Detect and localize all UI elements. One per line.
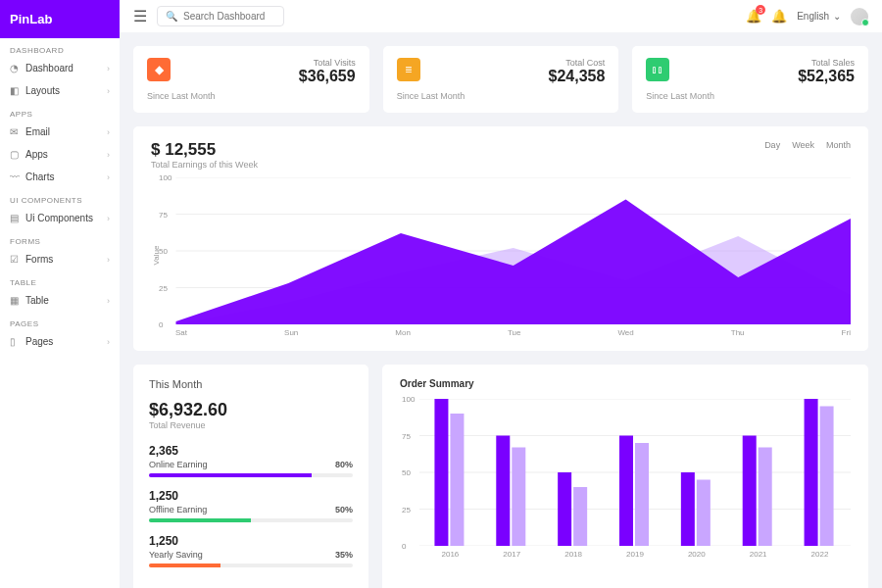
sidebar-item-dashboard[interactable]: ◔Dashboard› — [0, 57, 120, 79]
chevron-right-icon: › — [107, 86, 110, 96]
sidebar-section-header: APPS — [0, 102, 120, 121]
xlabel: 2016 — [442, 550, 460, 559]
xlabel: 2019 — [626, 550, 644, 559]
brand-logo[interactable]: PinLab — [0, 0, 120, 38]
earnings-value: $ 12,555 — [151, 140, 258, 160]
card-label: Total Cost — [549, 58, 606, 68]
email-icon: ✉ — [10, 126, 20, 137]
month-stat: 1,250Yearly Saving35% — [149, 534, 353, 567]
ytick: 0 — [159, 320, 163, 329]
svg-rect-17 — [635, 443, 649, 546]
svg-rect-19 — [697, 480, 710, 547]
sidebar-item-charts[interactable]: 〰Charts› — [0, 166, 120, 188]
sidebar-item-label: Ui Components — [25, 213, 93, 223]
sidebar-item-email[interactable]: ✉Email› — [0, 121, 120, 143]
svg-rect-12 — [496, 436, 510, 547]
month-subtitle: Total Revenue — [149, 420, 353, 430]
chevron-right-icon: › — [107, 127, 110, 137]
xlabel: Wed — [617, 328, 633, 337]
svg-rect-10 — [434, 399, 448, 546]
month-title: This Month — [149, 378, 353, 390]
menu-icon[interactable]: ☰ — [133, 7, 147, 25]
sidebar-item-pages[interactable]: ▯Pages› — [0, 330, 120, 353]
sidebar-section-header: UI COMPONENTS — [0, 188, 120, 207]
search-icon: 🔍 — [166, 11, 177, 22]
xlabel: 2020 — [688, 550, 706, 559]
range-day[interactable]: Day — [764, 140, 780, 150]
card-icon: ◆ — [147, 58, 171, 81]
chevron-right-icon: › — [107, 64, 110, 74]
xlabel: 2017 — [503, 550, 520, 559]
sidebar-item-ui-components[interactable]: ▤Ui Components› — [0, 207, 120, 229]
svg-rect-14 — [558, 472, 571, 546]
sidebar-item-layouts[interactable]: ◧Layouts› — [0, 79, 120, 102]
avatar[interactable] — [851, 8, 868, 25]
stat-card: ≡Total Cost$24,358Since Last Month — [383, 46, 619, 113]
xlabel: Fri — [842, 328, 851, 337]
sidebar-section-header: DASHBOARD — [0, 38, 120, 57]
xlabel: Sun — [284, 328, 298, 337]
stat-card: ⫾⫾Total Sales$52,365Since Last Month — [632, 46, 868, 113]
card-value: $24,358 — [549, 68, 606, 85]
ytick: 50 — [402, 468, 411, 477]
pages-icon: ▯ — [10, 336, 20, 347]
ytick: 0 — [402, 542, 406, 551]
ytick: 75 — [159, 210, 168, 219]
svg-rect-11 — [450, 414, 464, 546]
search-input-wrap[interactable]: 🔍 — [157, 6, 284, 26]
table-icon: ▦ — [10, 295, 20, 306]
ytick: 100 — [159, 173, 172, 182]
topbar: ☰ 🔍 🔔3 🔔 English⌄ — [120, 0, 882, 32]
sidebar-item-forms[interactable]: ☑Forms› — [0, 248, 120, 270]
stat-label: Offline Earning — [149, 505, 207, 514]
svg-rect-13 — [512, 448, 525, 547]
xlabel: 2021 — [750, 550, 767, 559]
xlabel: 2022 — [811, 550, 829, 559]
stat-number: 2,365 — [149, 444, 353, 458]
sidebar-item-table[interactable]: ▦Table› — [0, 289, 120, 312]
ytick: 25 — [402, 505, 411, 514]
sidebar-item-label: Layouts — [25, 85, 60, 96]
xlabel: 2018 — [564, 550, 582, 559]
order-bar-chart: 1007550250 — [400, 399, 851, 546]
dashboard-icon: ◔ — [10, 63, 20, 74]
notification-badge: 3 — [756, 5, 765, 15]
apps-icon: ▢ — [10, 149, 20, 160]
month-stat: 1,250Offline Earning50% — [149, 489, 353, 522]
card-icon: ⫾⫾ — [646, 58, 669, 81]
sidebar-section-header: TABLE — [0, 270, 120, 289]
ytick: 50 — [159, 247, 168, 256]
card-value: $52,365 — [798, 68, 855, 85]
charts-icon: 〰 — [10, 172, 20, 182]
svg-rect-21 — [759, 448, 772, 547]
range-toggle: DayWeekMonth — [764, 140, 851, 150]
card-label: Total Visits — [299, 58, 356, 68]
xlabel: Sat — [175, 328, 187, 337]
message-bell-icon[interactable]: 🔔 — [771, 9, 787, 24]
language-toggle[interactable]: English⌄ — [797, 11, 841, 22]
notification-bell-icon[interactable]: 🔔3 — [746, 9, 761, 24]
search-input[interactable] — [183, 11, 275, 22]
chevron-right-icon: › — [107, 255, 110, 265]
chevron-right-icon: › — [107, 214, 110, 223]
chevron-down-icon: ⌄ — [833, 11, 841, 22]
stat-percent: 80% — [335, 460, 353, 469]
chevron-right-icon: › — [107, 150, 110, 160]
svg-rect-20 — [743, 436, 757, 547]
ytick: 25 — [159, 283, 168, 292]
xlabel: Tue — [508, 328, 521, 337]
range-month[interactable]: Month — [826, 140, 851, 150]
chevron-right-icon: › — [107, 296, 110, 306]
ui-components-icon: ▤ — [10, 213, 20, 223]
earnings-area-chart: Value 1007550250 — [151, 177, 851, 324]
sidebar-item-label: Charts — [25, 172, 54, 182]
chevron-right-icon: › — [107, 337, 110, 347]
xlabel: Thu — [731, 328, 745, 337]
sidebar-item-label: Dashboard — [25, 63, 74, 74]
sidebar-item-apps[interactable]: ▢Apps› — [0, 143, 120, 166]
sidebar-item-label: Table — [25, 295, 49, 306]
earnings-subtitle: Total Earnings of this Week — [151, 160, 258, 170]
sidebar-section-header: PAGES — [0, 312, 120, 330]
range-week[interactable]: Week — [792, 140, 814, 150]
stat-card: ◆Total Visits$36,659Since Last Month — [133, 46, 369, 113]
